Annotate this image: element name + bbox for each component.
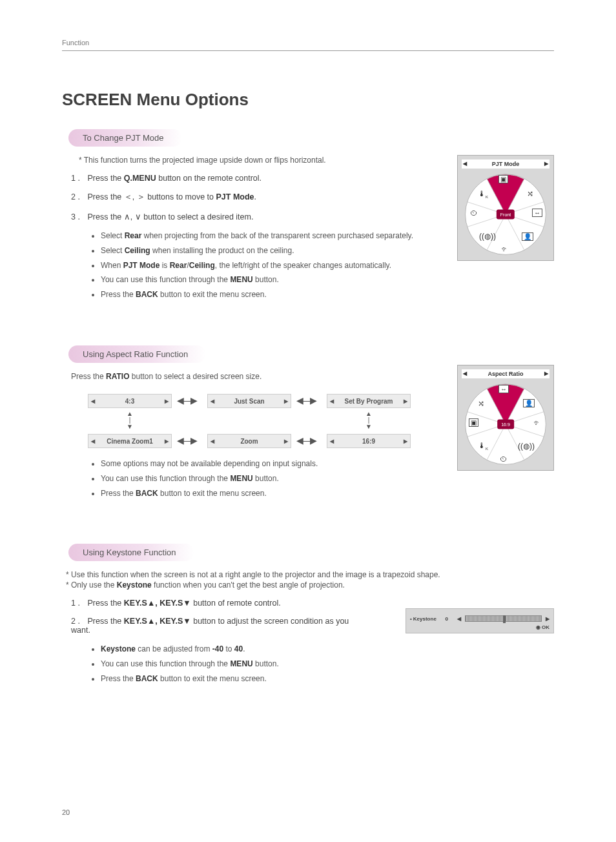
text: Ceiling <box>189 261 215 270</box>
text: When <box>101 261 123 270</box>
text: when installing the product on the ceili… <box>150 246 294 255</box>
text: 40 <box>234 644 243 653</box>
pjt-osd-title: PJT Mode <box>462 159 549 169</box>
text: button. <box>253 474 279 483</box>
arrows-icon: ↔ <box>532 209 542 217</box>
projector-icon: ▣ <box>498 175 508 183</box>
aspect-osd-center: 16:9 <box>497 419 514 429</box>
text: , the left/right of the speaker changes … <box>215 261 391 270</box>
text: button to select a desired screen size. <box>129 372 262 381</box>
keystone-bullets: Keystone can be adjusted from -40 to 40.… <box>101 644 554 684</box>
text: BACK <box>136 674 158 683</box>
wifi-icon: ᯤ <box>533 418 541 427</box>
text: to <box>223 644 234 653</box>
arrows-icon: ↔ <box>498 385 509 393</box>
text: Press the <box>101 674 136 683</box>
text: KEY.S▲, KEY.S▼ <box>124 599 191 608</box>
text: button of remote control. <box>191 599 281 608</box>
slider-thumb <box>503 615 506 623</box>
wifi-icon: ᯤ <box>501 245 509 254</box>
aspect-osd-wheel: 16:9 ↔ ⤭ 👤 ▣ ᯤ 🌡K ((◍)) ⏲ <box>464 382 548 466</box>
text: You can use this function through the <box>101 659 230 668</box>
text: button on the remote control. <box>156 174 262 183</box>
text: Press the <box>87 617 123 626</box>
text: button to exit the menu screen. <box>158 489 267 498</box>
h-arrow-icon: ◀—▶ <box>177 435 196 446</box>
v-arrow-icon: ▲|▼ <box>127 411 133 430</box>
text: buttons to move to <box>145 192 216 201</box>
text: BACK <box>136 489 158 498</box>
thermometer-icon: 🌡K <box>478 189 488 199</box>
text: KEY.S▲, KEY.S▼ <box>124 617 191 626</box>
aspect-osd-panel: Aspect Ratio 16:9 ↔ ⤭ 👤 ▣ ᯤ <box>457 365 554 471</box>
text: -40 <box>212 644 223 653</box>
text: button to exit the menu screen. <box>158 290 267 299</box>
text: . <box>254 192 256 201</box>
section-aspect-ratio: Using Aspect Ratio Function Press the RA… <box>62 345 554 498</box>
text: You can use this function through the <box>101 474 230 483</box>
option-set-by-program: ◀Set By Program▶ <box>327 394 411 408</box>
h-arrow-icon: ◀—▶ <box>177 395 196 406</box>
left-arrow-icon: ◀ <box>457 616 461 622</box>
text: function when you can't get the best ang… <box>152 580 345 590</box>
text: Press the <box>101 489 136 498</box>
keystone-osd-value: 0 <box>440 616 453 622</box>
section-keystone: Using Keystone Function * Use this funct… <box>62 544 554 684</box>
text: RATIO <box>106 372 129 381</box>
projector-icon: ▣ <box>469 418 478 427</box>
pjt-osd-wheel: Front ▣ 🌡K ⤭ ⏲ ↔ ((◍)) 👤 ᯤ <box>464 172 548 256</box>
page-title: SCREEN Menu Options <box>62 90 554 110</box>
keystone-intro1: * Use this function when the screen is n… <box>66 570 554 579</box>
text: You can use this function through the <box>101 275 230 284</box>
text: button. <box>253 275 279 284</box>
person-icon: 👤 <box>522 232 533 241</box>
speaker-icon: ((◍)) <box>479 232 496 241</box>
text: MENU <box>230 275 252 284</box>
timer-icon: ⏲ <box>470 209 478 218</box>
page-header: Function <box>62 39 554 51</box>
keystone-step-1: 1 . Press the KEY.S▲, KEY.S▼ button of r… <box>71 599 554 608</box>
flip-icon: ⤭ <box>478 399 484 408</box>
section-pjt-mode: To Change PJT Mode * This function turns… <box>62 129 554 300</box>
text: Press the <box>87 212 123 221</box>
text: ＜, ＞ <box>124 192 145 201</box>
text: button to select a desired item. <box>141 212 254 221</box>
text: PJT Mode <box>216 192 254 201</box>
page-number: 20 <box>62 808 70 816</box>
text: Select <box>101 231 125 240</box>
pjt-osd-center: Front <box>497 210 515 220</box>
text: when projecting from the back of the tra… <box>141 231 413 240</box>
text: Ceiling <box>125 246 150 255</box>
text: MENU <box>230 474 252 483</box>
text: is <box>159 261 169 270</box>
text: Press the <box>101 290 136 299</box>
text: Press the <box>87 174 123 183</box>
text: Keystone <box>101 644 136 653</box>
keystone-osd-panel: Keystone 0 ◀ ▶ OK <box>406 608 554 633</box>
option-16-9: ◀16:9▶ <box>327 434 411 448</box>
keystone-osd-label: Keystone <box>410 616 436 622</box>
text: * Only use the <box>66 580 117 590</box>
aspect-heading: Using Aspect Ratio Function <box>68 345 206 363</box>
flip-icon: ⤭ <box>527 189 533 198</box>
text: ∧, ∨ <box>124 212 141 221</box>
option-4-3: ◀4:3▶ <box>88 394 172 408</box>
text: Press the <box>87 192 123 201</box>
text: Rear <box>170 261 187 270</box>
text: can be adjusted from <box>136 644 212 653</box>
text: Q.MENU <box>124 174 156 183</box>
text: Press the <box>71 372 106 381</box>
text: MENU <box>230 659 252 668</box>
v-arrow-icon: ▲|▼ <box>365 411 372 430</box>
h-arrow-icon: ◀—▶ <box>296 395 316 406</box>
keystone-heading: Using Keystone Function <box>68 544 194 561</box>
h-arrow-icon: ◀—▶ <box>296 435 316 446</box>
pjt-heading: To Change PJT Mode <box>68 129 182 147</box>
option-cinema-zoom1: ◀Cinema Zoom1▶ <box>88 434 172 448</box>
person-icon: 👤 <box>523 399 535 407</box>
thermometer-icon: 🌡K <box>478 441 488 451</box>
option-zoom: ◀Zoom▶ <box>207 434 291 448</box>
keystone-step-2: 2 . Press the KEY.S▲, KEY.S▼ button to a… <box>71 617 368 635</box>
aspect-osd-title: Aspect Ratio <box>462 369 549 378</box>
text: button to exit the menu screen. <box>158 674 267 683</box>
